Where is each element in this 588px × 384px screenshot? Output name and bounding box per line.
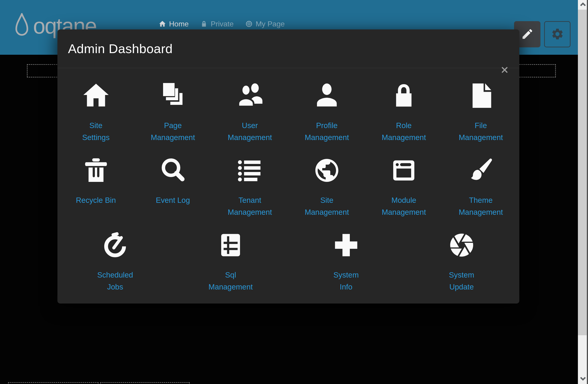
tile-row: Recycle BinEvent LogTenant ManagementSit… — [57, 155, 519, 218]
pencil-icon — [521, 28, 534, 41]
close-button[interactable] — [501, 66, 509, 74]
modal-title: Admin Dashboard — [68, 41, 173, 56]
browser-icon — [390, 155, 418, 184]
globe-icon — [313, 155, 341, 184]
tile-label: Tenant Management — [228, 194, 272, 218]
tile-module-management[interactable]: Module Management — [365, 155, 442, 218]
chevron-down-icon — [580, 375, 586, 383]
tile-label: Scheduled Jobs — [97, 269, 133, 293]
gear-icon — [551, 27, 564, 41]
modal-header: Admin Dashboard — [57, 29, 519, 68]
magnifier-icon — [159, 155, 187, 184]
nav-item-home[interactable]: Home — [159, 20, 189, 28]
list-icon — [236, 155, 264, 184]
tile-profile-management[interactable]: Profile Management — [289, 80, 365, 143]
close-icon — [501, 71, 509, 75]
tile-label: User Management — [228, 120, 272, 143]
tile-site-settings[interactable]: Site Settings — [57, 80, 134, 143]
tile-role-management[interactable]: Role Management — [365, 80, 442, 143]
tile-site-management[interactable]: Site Management — [289, 155, 365, 218]
pane-placeholder-bottom-2 — [100, 382, 190, 384]
tile-label: Site Settings — [82, 120, 109, 143]
tile-recycle-bin[interactable]: Recycle Bin — [57, 155, 134, 218]
scroll-thumb[interactable] — [578, 10, 587, 335]
nav-label: Home — [169, 20, 189, 28]
modal-tile-grid: Site SettingsPage ManagementUser Managem… — [57, 68, 519, 293]
tile-system-update[interactable]: System Update — [404, 229, 519, 293]
tile-label: Role Management — [382, 120, 426, 143]
timer-icon — [101, 229, 129, 259]
admin-dashboard-modal: Admin Dashboard Site SettingsPage Manage… — [57, 29, 519, 304]
trash-icon — [82, 155, 110, 184]
tile-row: Site SettingsPage ManagementUser Managem… — [57, 80, 519, 143]
lock-icon — [390, 80, 418, 110]
file-icon — [467, 80, 495, 110]
tile-label: Module Management — [382, 194, 426, 218]
lock-icon — [201, 21, 208, 27]
tile-event-log[interactable]: Event Log — [134, 155, 211, 218]
main-nav: HomePrivateMy Page — [159, 17, 285, 31]
tile-theme-management[interactable]: Theme Management — [442, 155, 519, 218]
tile-label: System Info — [334, 269, 359, 293]
tile-system-info[interactable]: System Info — [289, 229, 404, 293]
tile-label: Page Management — [151, 120, 195, 143]
tile-row: Scheduled JobsSql ManagementSystem InfoS… — [57, 229, 519, 293]
tile-label: Profile Management — [305, 120, 349, 143]
home-icon — [159, 21, 166, 27]
layers-icon — [159, 80, 187, 110]
nav-label: Private — [211, 20, 233, 28]
nav-item-private[interactable]: Private — [201, 20, 233, 28]
tile-label: Event Log — [156, 194, 190, 218]
scroll-up-button[interactable] — [578, 0, 588, 10]
tile-label: Site Management — [305, 194, 349, 218]
home-icon — [82, 80, 110, 110]
tile-label: System Update — [449, 269, 474, 293]
plus-icon — [332, 229, 360, 259]
tile-label: Sql Management — [209, 269, 253, 293]
page: oqtane HomePrivateMy Page host Logout Ad… — [0, 0, 588, 384]
person-icon — [313, 80, 341, 110]
scroll-down-button[interactable] — [578, 374, 588, 384]
tile-file-management[interactable]: File Management — [442, 80, 519, 143]
tile-label: Theme Management — [459, 194, 503, 218]
table-icon — [217, 229, 244, 259]
tile-scheduled-jobs[interactable]: Scheduled Jobs — [57, 229, 173, 293]
tile-tenant-management[interactable]: Tenant Management — [211, 155, 288, 218]
people-icon — [236, 80, 264, 110]
tile-sql-management[interactable]: Sql Management — [173, 229, 289, 293]
tile-user-management[interactable]: User Management — [211, 80, 288, 143]
aperture-icon — [448, 229, 475, 259]
tile-page-management[interactable]: Page Management — [134, 80, 211, 143]
chevron-up-icon — [580, 1, 586, 9]
tile-label: Recycle Bin — [76, 194, 116, 218]
tile-label: File Management — [459, 120, 503, 143]
nav-item-my-page[interactable]: My Page — [246, 20, 285, 28]
nav-label: My Page — [256, 20, 285, 28]
settings-button[interactable] — [544, 21, 570, 47]
target-icon — [246, 21, 252, 27]
pane-placeholder-bottom-1 — [8, 382, 99, 384]
brush-icon — [467, 155, 495, 184]
droplet-icon — [14, 12, 29, 40]
scrollbar[interactable] — [578, 0, 588, 384]
